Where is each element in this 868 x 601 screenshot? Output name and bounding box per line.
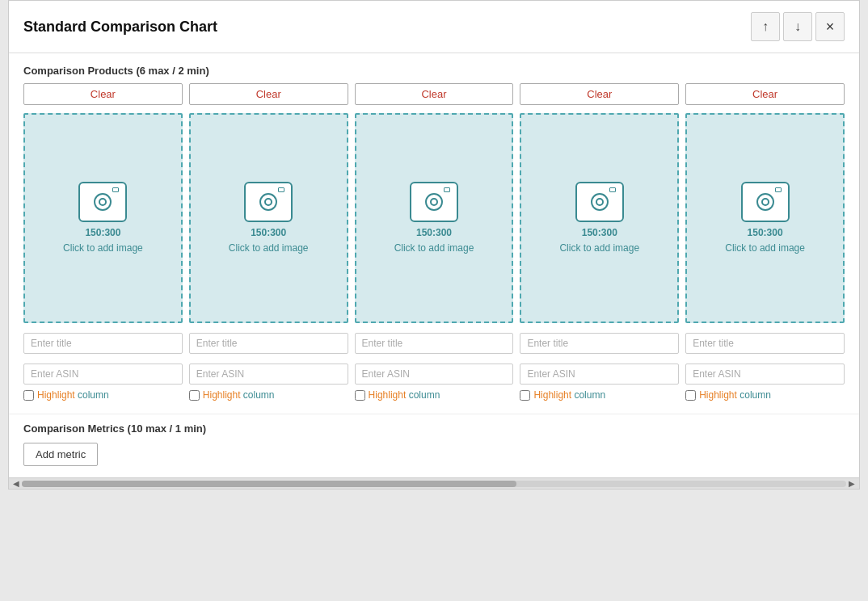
move-up-button[interactable]: ↑ (751, 12, 780, 41)
highlight-label-2: Highlight column (369, 389, 440, 401)
image-dims-1: 150:300 (251, 227, 286, 238)
scrollbar-area: ◀ ▶ (9, 477, 859, 489)
image-placeholder-3[interactable]: 150:300 Click to add image (520, 113, 679, 323)
lens-3 (591, 193, 609, 211)
highlight-checkbox-3[interactable] (520, 390, 530, 401)
asin-input-4[interactable] (685, 364, 845, 385)
title-col-2 (355, 328, 514, 354)
highlight-col-3: Highlight column (520, 389, 679, 401)
scroll-right-arrow[interactable]: ▶ (846, 479, 857, 488)
highlight-checkbox-1[interactable] (189, 390, 200, 401)
title-input-4[interactable] (685, 333, 845, 354)
image-placeholder-1[interactable]: 150:300 Click to add image (189, 113, 348, 323)
title-inputs-row (23, 328, 845, 354)
products-area: Clear Clear Clear Clear Clear (9, 83, 859, 414)
header-actions: ↑ ↓ × (751, 12, 845, 41)
title-col-0 (23, 328, 183, 354)
comparison-chart-card: Standard Comparison Chart ↑ ↓ × Comparis… (8, 0, 860, 490)
outer-wrapper: Standard Comparison Chart ↑ ↓ × Comparis… (0, 0, 868, 490)
image-placeholder-4[interactable]: 150:300 Click to add image (685, 113, 845, 323)
camera-icon-0 (78, 182, 127, 222)
camera-icon-1 (244, 182, 293, 222)
col-item-0: Clear (23, 83, 183, 105)
lens-inner-3 (596, 198, 604, 206)
lens-inner-2 (430, 198, 438, 206)
clear-button-0[interactable]: Clear (23, 83, 183, 105)
scroll-left-arrow[interactable]: ◀ (11, 479, 22, 488)
highlight-col-4: Highlight column (685, 389, 845, 401)
move-down-button[interactable]: ↓ (783, 12, 812, 41)
viewfinder-2 (444, 187, 450, 192)
lens-1 (259, 193, 277, 211)
highlight-checkbox-4[interactable] (685, 390, 696, 401)
title-col-4 (685, 328, 845, 354)
card-title: Standard Comparison Chart (23, 19, 217, 36)
highlight-col-2: Highlight column (355, 389, 514, 401)
image-col-2: 150:300 Click to add image (355, 110, 514, 323)
comparison-products-label: Comparison Products (6 max / 2 min) (9, 53, 859, 83)
lens-inner-0 (99, 198, 107, 206)
clear-button-4[interactable]: Clear (685, 83, 845, 105)
title-input-3[interactable] (520, 333, 679, 354)
highlight-label-3: Highlight column (533, 389, 605, 401)
scrollbar-thumb[interactable] (22, 481, 516, 487)
clear-button-2[interactable]: Clear (355, 83, 514, 105)
asin-input-0[interactable] (23, 364, 183, 385)
image-col-4: 150:300 Click to add image (685, 110, 845, 323)
asin-col-3 (520, 359, 679, 385)
click-to-add-4: Click to add image (725, 242, 805, 255)
image-dims-2: 150:300 (416, 227, 452, 238)
col-item-3: Clear (520, 83, 679, 105)
highlight-checkbox-0[interactable] (23, 390, 34, 401)
lens-0 (94, 193, 112, 211)
title-input-0[interactable] (23, 333, 183, 354)
scrollbar-track[interactable] (22, 481, 846, 487)
viewfinder-3 (609, 187, 616, 192)
asin-col-0 (23, 359, 183, 385)
lens-inner-1 (264, 198, 272, 206)
col-item-1: Clear (189, 83, 348, 105)
viewfinder-4 (775, 187, 782, 192)
image-dims-0: 150:300 (85, 227, 120, 238)
clear-button-1[interactable]: Clear (189, 83, 348, 105)
comparison-metrics-label: Comparison Metrics (10 max / 1 min) (23, 422, 845, 435)
col-item-2: Clear (355, 83, 514, 105)
title-col-3 (520, 328, 679, 354)
click-to-add-1: Click to add image (229, 242, 309, 255)
col-item-4: Clear (685, 83, 845, 105)
image-placeholders-row: 150:300 Click to add image 150:300 C (23, 110, 845, 323)
image-col-0: 150:300 Click to add image (23, 110, 183, 323)
asin-col-2 (355, 359, 514, 385)
lens-4 (756, 193, 774, 211)
highlight-col-1: Highlight column (189, 389, 348, 401)
asin-input-2[interactable] (355, 364, 514, 385)
close-button[interactable]: × (815, 12, 845, 41)
asin-input-1[interactable] (189, 364, 348, 385)
image-placeholder-2[interactable]: 150:300 Click to add image (355, 113, 514, 323)
viewfinder-1 (278, 187, 284, 192)
image-col-3: 150:300 Click to add image (520, 110, 679, 323)
highlight-checkbox-2[interactable] (355, 390, 365, 401)
asin-col-1 (189, 359, 348, 385)
title-input-1[interactable] (189, 333, 348, 354)
image-placeholder-0[interactable]: 150:300 Click to add image (23, 113, 183, 323)
click-to-add-3: Click to add image (559, 242, 639, 255)
image-dims-3: 150:300 (582, 227, 617, 238)
asin-col-4 (685, 359, 845, 385)
lens-2 (425, 193, 443, 211)
viewfinder-0 (112, 187, 119, 192)
highlight-label-1: Highlight column (203, 389, 275, 401)
highlight-label-0: Highlight column (37, 389, 109, 401)
clear-buttons-row: Clear Clear Clear Clear Clear (23, 83, 845, 105)
camera-icon-4 (741, 182, 790, 222)
highlight-row: Highlight column Highlight column Highli… (23, 389, 845, 401)
asin-input-3[interactable] (520, 364, 679, 385)
title-col-1 (189, 328, 348, 354)
click-to-add-2: Click to add image (394, 242, 474, 255)
highlight-label-4: Highlight column (699, 389, 771, 401)
title-input-2[interactable] (355, 333, 514, 354)
clear-button-3[interactable]: Clear (520, 83, 679, 105)
add-metric-button[interactable]: Add metric (23, 443, 98, 466)
metrics-section: Comparison Metrics (10 max / 1 min) Add … (9, 414, 859, 477)
highlight-col-0: Highlight column (23, 389, 183, 401)
